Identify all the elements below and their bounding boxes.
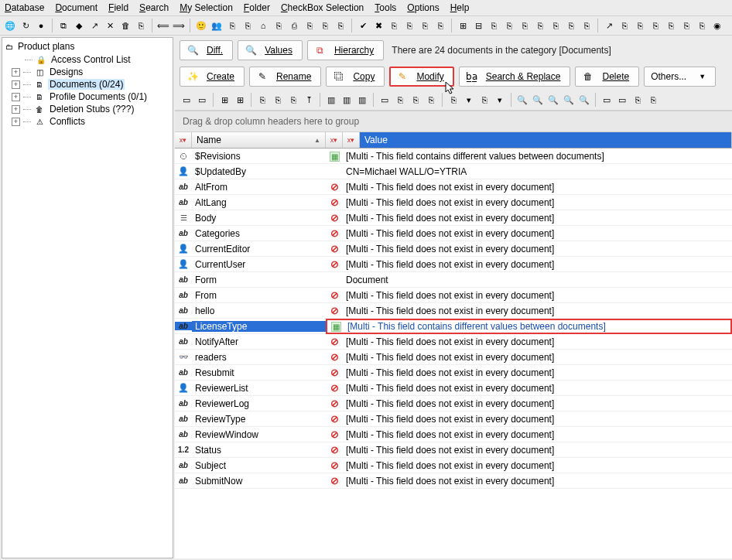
- toolbar-icon-35[interactable]: ⎘: [502, 19, 516, 32]
- toolbar-icon-28[interactable]: ⎘: [402, 19, 416, 32]
- toolbar-icon-18[interactable]: ⌂: [256, 19, 270, 32]
- grid-tool-icon-25[interactable]: 🔍: [515, 93, 529, 107]
- toolbar-icon-46[interactable]: ⎘: [664, 19, 678, 32]
- toolbar-icon-26[interactable]: ✖: [371, 19, 385, 32]
- rename-button[interactable]: ✎Rename: [249, 67, 321, 87]
- grid-tool-icon-29[interactable]: 🔍: [577, 93, 591, 107]
- grid-row[interactable]: ☰Body⊘[Multi - This field does not exist…: [175, 210, 732, 226]
- toolbar-icon-33[interactable]: ⊟: [471, 19, 485, 32]
- toolbar-icon-39[interactable]: ⎘: [564, 19, 578, 32]
- toolbar-icon-29[interactable]: ⎘: [418, 19, 432, 32]
- grid-row[interactable]: abAltFrom⊘[Multi - This field does not e…: [175, 179, 732, 195]
- toolbar-icon-21[interactable]: ⎘: [303, 19, 316, 32]
- tree-pane[interactable]: 🗀 Product plans 🔒Access Control List+◫De…: [2, 37, 173, 558]
- grid-tool-icon-32[interactable]: ▭: [615, 93, 629, 107]
- delete-button[interactable]: 🗑Delete: [575, 67, 639, 87]
- values-button[interactable]: 🔍Values: [238, 40, 303, 60]
- grid-row[interactable]: abhello⊘[Multi - This field does not exi…: [175, 303, 732, 319]
- modify-button[interactable]: ✎Modify: [389, 67, 453, 87]
- grid-body[interactable]: ⏲$Revisions▦[Multi - This field contains…: [175, 149, 732, 558]
- grid-row[interactable]: abSubject⊘[Multi - This field does not e…: [175, 458, 732, 473]
- col-filter-2[interactable]: x▾: [326, 132, 343, 148]
- grid-tool-icon-20[interactable]: ⎘: [446, 93, 460, 107]
- grid-tool-icon-1[interactable]: ▭: [195, 93, 209, 107]
- expand-icon[interactable]: +: [12, 105, 20, 114]
- toolbar-icon-1[interactable]: ↻: [19, 19, 32, 32]
- grid-tool-icon-12[interactable]: ▥: [340, 93, 354, 107]
- toolbar-icon-20[interactable]: ⎙: [287, 19, 301, 32]
- others-button[interactable]: Others...▼: [644, 67, 716, 87]
- create-button[interactable]: ✨Create: [180, 67, 245, 87]
- toolbar-icon-47[interactable]: ⎘: [679, 19, 693, 32]
- col-value[interactable]: Value: [360, 132, 732, 148]
- menu-help[interactable]: Help: [450, 2, 470, 13]
- menu-database[interactable]: Database: [5, 2, 44, 13]
- toolbar-icon-40[interactable]: ⎘: [580, 19, 593, 32]
- tree-item-conflicts[interactable]: +⚠Conflicts: [4, 115, 171, 128]
- tree-item-designs[interactable]: +◫Designs: [4, 66, 171, 78]
- grid-tool-icon-21[interactable]: ▾: [462, 93, 476, 107]
- tree-item-deletion[interactable]: +🗑Deletion Stubs (???): [4, 103, 171, 115]
- grid-row[interactable]: abAltLang⊘[Multi - This field does not e…: [175, 195, 732, 210]
- toolbar-icon-4[interactable]: ⧉: [56, 19, 70, 32]
- grid-tool-icon-23[interactable]: ▾: [493, 93, 507, 107]
- grid-tool-icon-6[interactable]: ⎘: [255, 93, 269, 107]
- search-replace-button[interactable]: b̲a̲Search & Replace: [459, 67, 571, 87]
- toolbar-icon-25[interactable]: ✔: [356, 19, 370, 32]
- toolbar-icon-14[interactable]: 🙂: [194, 19, 208, 32]
- tree-item-profile[interactable]: +🗎Profile Documents (0/1): [4, 90, 171, 103]
- toolbar-icon-37[interactable]: ⎘: [533, 19, 547, 32]
- expand-icon[interactable]: +: [12, 93, 20, 101]
- toolbar-icon-44[interactable]: ⎘: [633, 19, 647, 32]
- toolbar-icon-2[interactable]: ●: [34, 19, 48, 32]
- menu-folder[interactable]: Folder: [244, 2, 270, 13]
- grid-tool-icon-9[interactable]: ⤒: [302, 93, 316, 107]
- grid-row[interactable]: abLicenseType▦[Multi - This field contai…: [175, 319, 732, 334]
- toolbar-icon-34[interactable]: ⎘: [487, 19, 501, 32]
- menu-checkbox-selection[interactable]: CheckBox Selection: [281, 2, 364, 13]
- toolbar-icon-43[interactable]: ⎘: [617, 19, 631, 32]
- expand-icon[interactable]: +: [12, 68, 20, 77]
- expand-icon[interactable]: +: [12, 118, 20, 126]
- toolbar-icon-6[interactable]: ↗: [87, 19, 101, 32]
- menu-document[interactable]: Document: [55, 2, 97, 13]
- menu-search[interactable]: Search: [139, 2, 169, 13]
- toolbar-icon-49[interactable]: ◉: [710, 19, 724, 32]
- toolbar-icon-0[interactable]: 🌐: [3, 19, 17, 32]
- toolbar-icon-36[interactable]: ⎘: [518, 19, 532, 32]
- menu-options[interactable]: Options: [407, 2, 439, 13]
- toolbar-icon-27[interactable]: ⎘: [387, 19, 401, 32]
- menu-tools[interactable]: Tools: [375, 2, 396, 13]
- grid-row[interactable]: abReviewWindow⊘[Multi - This field does …: [175, 427, 732, 442]
- toolbar-icon-16[interactable]: ⎘: [225, 19, 239, 32]
- toolbar-icon-11[interactable]: ⟸: [156, 19, 170, 32]
- grid-tool-icon-31[interactable]: ▭: [600, 93, 614, 107]
- toolbar-icon-12[interactable]: ⟹: [172, 19, 186, 32]
- toolbar-icon-19[interactable]: ⎘: [272, 19, 286, 32]
- grid-tool-icon-33[interactable]: ⎘: [631, 93, 645, 107]
- grid-tool-icon-0[interactable]: ▭: [180, 93, 193, 107]
- toolbar-icon-9[interactable]: ⎘: [134, 19, 148, 32]
- grid-tool-icon-22[interactable]: ⎘: [477, 93, 491, 107]
- toolbar-icon-42[interactable]: ↗: [602, 19, 616, 32]
- grid-row[interactable]: abSubmitNow⊘[Multi - This field does not…: [175, 473, 732, 489]
- grid-tool-icon-17[interactable]: ⎘: [409, 93, 422, 107]
- grid-tool-icon-34[interactable]: ⎘: [646, 93, 660, 107]
- toolbar-icon-38[interactable]: ⎘: [549, 19, 563, 32]
- expand-icon[interactable]: +: [12, 80, 20, 89]
- grid-tool-icon-13[interactable]: ▥: [355, 93, 369, 107]
- toolbar-icon-23[interactable]: ⎘: [334, 19, 347, 32]
- toolbar-icon-48[interactable]: ⎘: [695, 19, 709, 32]
- grid-row[interactable]: ⏲$Revisions▦[Multi - This field contains…: [175, 149, 732, 164]
- grid-row[interactable]: 1.2Status⊘[Multi - This field does not e…: [175, 442, 732, 458]
- toolbar-icon-8[interactable]: 🗑: [118, 19, 132, 32]
- grid-row[interactable]: 👤CurrentUser⊘[Multi - This field does no…: [175, 257, 732, 272]
- grid-row[interactable]: abNotifyAfter⊘[Multi - This field does n…: [175, 334, 732, 350]
- toolbar-icon-22[interactable]: ⎘: [318, 19, 332, 32]
- hierarchy-button[interactable]: ⧉Hierarchy: [307, 40, 384, 60]
- menu-field[interactable]: Field: [108, 2, 128, 13]
- grid-tool-icon-27[interactable]: 🔍: [546, 93, 560, 107]
- grid-tool-icon-18[interactable]: ⎘: [424, 93, 438, 107]
- grid-row[interactable]: 👤$UpdatedByCN=Michael WALL/O=YTRIA: [175, 164, 732, 179]
- grid-tool-icon-28[interactable]: 🔍: [562, 93, 576, 107]
